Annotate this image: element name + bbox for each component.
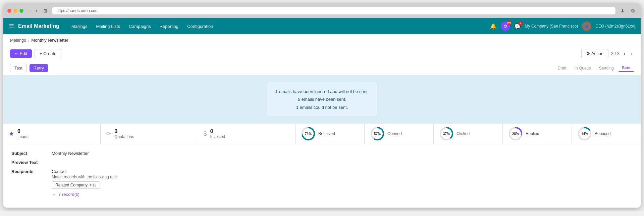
fullscreen-button[interactable]: ⧉ [629,7,637,14]
circle-percent: 14% [581,132,588,136]
records-link[interactable]: → 7 record(s) [52,191,118,197]
clock-icon[interactable]: ⏱ 105 [501,21,510,31]
circle-label: Bounced [595,131,610,136]
status-steps: Draft In Queue Sending Sent [554,64,634,72]
circle-label: Clicked [457,131,470,136]
filter-tag-value: = 12 [90,183,96,187]
circle-percent: 71% [305,132,312,136]
top-nav: ☰ Email Marketing Mailings Mailing Lists… [3,18,641,34]
nav-configuration[interactable]: Configuration [183,21,217,32]
toolbar: ✏ Edit + Create ⚙ Action 3 / 3 ‹ › [3,46,641,61]
stat-quotations[interactable]: ✏ 0 Quotations [101,124,198,144]
download-button[interactable]: ⬇ [619,7,627,14]
step-inqueue[interactable]: In Queue [571,65,594,72]
breadcrumb-separator: / [28,38,30,43]
recipients-label: Recipients [11,169,52,197]
pagination: 3 / 3 ‹ › [611,50,634,57]
circle-container: 37% [439,126,454,141]
title-bar: ‹ › ⊞ https://oaerts.odoo.com ⬇ ⧉ [3,3,641,18]
circle-stats: 71% Received 57% Opened 37% Clicked [296,124,641,144]
records-text: 7 record(s) [58,192,79,197]
preview-row: Preview Text [11,160,633,165]
contact-value: Contact [52,169,118,174]
breadcrumb-parent[interactable]: Mailings [10,38,26,43]
next-page-button[interactable]: › [630,50,634,57]
edit-button[interactable]: ✏ Edit [10,49,32,58]
app-title: Email Marketing [18,23,59,29]
back-button[interactable]: ‹ [29,7,33,14]
stat-circle-received[interactable]: 71% Received [296,124,365,144]
nav-campaigns[interactable]: Campaigns [125,21,155,32]
main-content: Mailings / Monthly Newsletter ✏ Edit + C… [3,34,641,208]
pencil-icon: ✏ [106,130,111,137]
maximize-button[interactable] [19,9,23,13]
step-sent[interactable]: Sent [619,64,634,72]
subject-row: Subject Monthly Newsletter [11,151,633,156]
action-button[interactable]: ⚙ Action [581,49,608,58]
filter-tag[interactable]: Related Company = 12 [52,181,100,189]
circle-container: 28% [508,126,523,141]
alert-wrapper: 1 emails have been ignored and will not … [3,75,641,124]
breadcrumb-current: Monthly Newsletter [31,38,68,43]
subject-value: Monthly Newsletter [52,151,89,156]
circle-percent: 37% [443,132,450,136]
traffic-lights [7,9,23,13]
match-text: Match records with the following rule: [52,175,118,179]
detail-section: Subject Monthly Newsletter Preview Text … [3,144,641,208]
circle-label: Received [318,131,335,136]
nav-right: 🔔 ⏱ 105 💬 6 My Company (San Francisco) 👤… [490,21,635,31]
filter-tag-label: Related Company [55,183,88,187]
layout-button[interactable]: ⊞ [41,7,49,14]
stat-circle-replied[interactable]: 28% Replied [503,124,572,144]
address-bar[interactable]: https://oaerts.odoo.com [52,7,616,15]
stat-invoiced[interactable]: $ 0 Invoiced [198,124,296,144]
nav-mailing-lists[interactable]: Mailing Lists [92,21,124,32]
circle-container: 57% [370,126,385,141]
minimize-button[interactable] [13,9,17,13]
status-bar: Test Retry Draft In Queue Sending Sent [3,61,641,75]
stat-leads[interactable]: ★ 0 Leads [3,124,101,144]
forward-button[interactable]: › [35,7,39,14]
arrow-icon: → [52,191,56,197]
stat-circle-opened[interactable]: 57% Opened [365,124,434,144]
create-button[interactable]: + Create [35,49,61,58]
alert-banner: 1 emails have been ignored and will not … [267,82,377,117]
stats-bar: ★ 0 Leads ✏ 0 Quotations $ 0 Invoiced [3,124,641,144]
recipients-row: Recipients Contact Match records with th… [11,169,633,197]
stat-circle-clicked[interactable]: 37% Clicked [434,124,503,144]
invoiced-count: 0 [210,128,225,134]
breadcrumb-bar: Mailings / Monthly Newsletter [3,34,641,46]
dollar-icon: $ [204,130,207,137]
alert-text: 1 emails have been ignored and will not … [275,88,369,111]
messages-container: 💬 6 [514,23,521,30]
step-sending[interactable]: Sending [596,65,617,72]
user-avatar[interactable]: 👤 [582,21,591,31]
quotations-text: 0 Quotations [114,128,134,139]
star-icon: ★ [9,130,14,137]
leads-text: 0 Leads [17,128,29,139]
nav-reporting[interactable]: Reporting [156,21,182,32]
circle-container: 14% [577,126,592,141]
subject-label: Subject [11,151,52,156]
test-button[interactable]: Test [10,64,27,72]
nav-mailings[interactable]: Mailings [67,21,92,32]
leads-label: Leads [17,134,29,139]
company-name: My Company (San Francisco) [525,24,578,29]
stat-circle-bounced[interactable]: 14% Bounced [572,124,641,144]
alert-line3: 1 emails could not be sent. [275,103,369,111]
close-button[interactable] [7,9,11,13]
circle-label: Replied [526,131,539,136]
retry-button[interactable]: Retry [30,64,48,72]
bell-icon[interactable]: 🔔 [490,23,497,30]
messages-badge: 6 [518,21,523,26]
invoiced-text: 0 Invoiced [210,128,225,139]
preview-label: Preview Text [11,160,52,165]
app-menu-icon[interactable]: ☰ [9,23,14,30]
quotations-count: 0 [114,128,134,134]
step-draft[interactable]: Draft [554,65,570,72]
user-name: CEO (h2m2s3gn61xv) [595,24,635,29]
prev-page-button[interactable]: ‹ [622,50,627,57]
circle-container: 71% [301,126,316,141]
leads-count: 0 [17,128,29,134]
circle-percent: 28% [512,132,519,136]
